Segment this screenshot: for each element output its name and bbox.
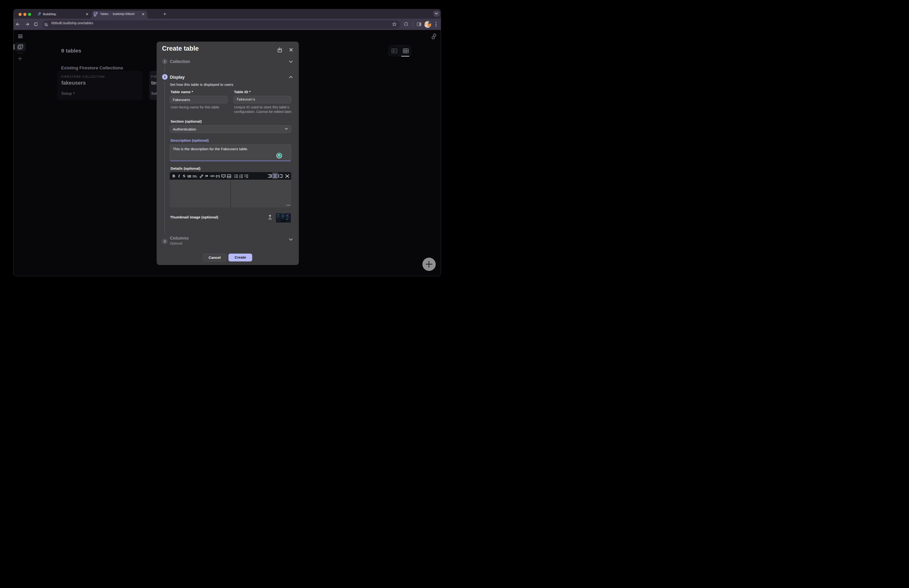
svg-text:3: 3 <box>239 177 240 178</box>
